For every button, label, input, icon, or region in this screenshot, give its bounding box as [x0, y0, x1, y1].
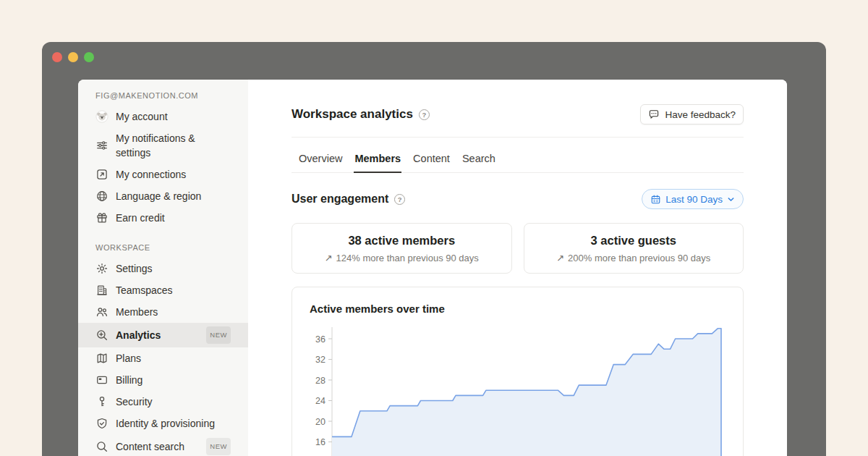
- avatar-koala-icon: [95, 110, 109, 123]
- workspace-section-heading: WORKSPACE: [78, 243, 248, 252]
- settings-panel: FIG@MAKENOTION.COM My accountMy notifica…: [78, 80, 787, 456]
- sidebar-item-settings[interactable]: Settings: [78, 258, 248, 279]
- window-minimize-button[interactable]: [68, 52, 78, 62]
- account-email: FIG@MAKENOTION.COM: [78, 91, 248, 100]
- svg-text:20: 20: [315, 417, 326, 427]
- sidebar-item-members[interactable]: Members: [78, 301, 248, 323]
- sidebar-item-content-search[interactable]: Content searchNEW: [78, 434, 248, 456]
- feedback-button-label: Have feedback?: [665, 109, 736, 120]
- have-feedback-button[interactable]: Have feedback?: [640, 104, 744, 124]
- sidebar-item-language-region[interactable]: Language & region: [78, 185, 248, 207]
- date-range-label: Last 90 Days: [665, 194, 723, 205]
- svg-text:24: 24: [315, 396, 326, 406]
- sidebar-item-label: Identity & provisioning: [116, 416, 231, 431]
- tab-overview[interactable]: Overview: [298, 153, 343, 172]
- new-badge: NEW: [206, 326, 231, 344]
- page-header: Workspace analytics ? Have feedback?: [292, 104, 744, 124]
- account-section: My accountMy notifications & settingsMy …: [78, 106, 248, 229]
- chart-card: Active members over time 162024283236: [292, 287, 744, 456]
- sidebar-item-label: My account: [116, 109, 231, 124]
- sidebar-item-label: My notifications & settings: [116, 131, 231, 160]
- globe-icon: [95, 190, 109, 203]
- stat-title: 3 active guests: [530, 234, 738, 248]
- sidebar-item-label: Settings: [116, 261, 231, 276]
- trend-up-icon: ↗: [556, 253, 564, 263]
- trend-up-icon: ↗: [325, 253, 333, 263]
- settings-sidebar: FIG@MAKENOTION.COM My accountMy notifica…: [78, 80, 248, 456]
- sidebar-item-label: Language & region: [116, 189, 231, 203]
- gear-icon: [95, 262, 109, 275]
- sliders-icon: [95, 139, 109, 152]
- magnifier-icon: [95, 440, 109, 453]
- stat-subtitle: ↗124% more than previous 90 days: [298, 253, 506, 263]
- page-title: Workspace analytics: [292, 107, 413, 122]
- user-engagement-header: User engagement ? Last 90 Days: [292, 189, 744, 209]
- window-zoom-button[interactable]: [84, 52, 94, 62]
- sidebar-item-billing[interactable]: Billing: [78, 369, 248, 391]
- stat-card-38-active-members: 38 active members↗124% more than previou…: [292, 223, 512, 274]
- sidebar-item-label: Billing: [116, 373, 231, 387]
- tab-search[interactable]: Search: [461, 153, 496, 172]
- app-window: FIG@MAKENOTION.COM My accountMy notifica…: [42, 42, 826, 456]
- sidebar-item-my-notifications-settings[interactable]: My notifications & settings: [78, 127, 248, 164]
- tab-members[interactable]: Members: [354, 153, 401, 173]
- svg-text:32: 32: [315, 355, 326, 365]
- section-title: User engagement: [292, 193, 388, 206]
- stat-subtitle-text: 200% more than previous 90 days: [568, 253, 710, 263]
- arrow-up-right-square-icon: [95, 168, 109, 181]
- key-icon: [95, 395, 109, 408]
- sidebar-item-teamspaces[interactable]: Teamspaces: [78, 279, 248, 301]
- people-icon: [95, 305, 109, 318]
- stat-subtitle-text: 124% more than previous 90 days: [336, 253, 479, 263]
- sidebar-item-identity-provisioning[interactable]: Identity & provisioning: [78, 413, 248, 434]
- header-divider: [292, 137, 744, 138]
- calendar-icon: [650, 194, 661, 205]
- sidebar-item-label: My connections: [116, 167, 231, 182]
- stat-cards-row: 38 active members↗124% more than previou…: [292, 223, 744, 274]
- stat-title: 38 active members: [298, 234, 506, 248]
- sidebar-item-label: Earn credit: [116, 211, 231, 225]
- date-range-button[interactable]: Last 90 Days: [642, 189, 744, 209]
- analytics-tabs: OverviewMembersContentSearch: [292, 153, 744, 173]
- sidebar-item-label: Plans: [116, 351, 231, 366]
- sidebar-item-plans[interactable]: Plans: [78, 347, 248, 369]
- credit-card-icon: [95, 373, 109, 387]
- speech-bubble-icon: [648, 109, 660, 120]
- workspace-section: SettingsTeamspacesMembersAnalyticsNEWPla…: [78, 258, 248, 456]
- window-close-button[interactable]: [52, 52, 62, 62]
- svg-text:16: 16: [315, 437, 326, 447]
- sidebar-item-label: Members: [116, 305, 231, 319]
- sidebar-item-my-account[interactable]: My account: [78, 106, 248, 127]
- window-titlebar: [42, 42, 826, 80]
- sidebar-item-label: Content search: [116, 439, 197, 454]
- stat-subtitle: ↗200% more than previous 90 days: [530, 253, 738, 263]
- sidebar-item-label: Teamspaces: [116, 283, 231, 297]
- new-badge: NEW: [206, 438, 231, 455]
- svg-text:28: 28: [315, 376, 326, 386]
- svg-text:36: 36: [315, 334, 326, 345]
- sidebar-item-earn-credit[interactable]: Earn credit: [78, 207, 248, 229]
- magnifier-plus-icon: [95, 329, 109, 342]
- sidebar-item-my-connections[interactable]: My connections: [78, 164, 248, 185]
- sidebar-item-label: Security: [116, 394, 231, 409]
- active-members-chart: 162024283236: [292, 287, 744, 456]
- stat-card-3-active-guests: 3 active guests↗200% more than previous …: [524, 223, 744, 274]
- gift-icon: [95, 211, 109, 224]
- sidebar-item-label: Analytics: [116, 328, 197, 342]
- help-icon[interactable]: ?: [419, 109, 430, 120]
- analytics-main: Workspace analytics ? Have feedback? Ove…: [248, 80, 787, 456]
- sidebar-item-security[interactable]: Security: [78, 391, 248, 413]
- tab-content[interactable]: Content: [412, 153, 451, 172]
- map-icon: [95, 352, 109, 365]
- chevron-down-icon: [727, 195, 735, 203]
- shield-check-icon: [95, 417, 109, 430]
- sidebar-item-analytics[interactable]: AnalyticsNEW: [78, 323, 248, 347]
- help-icon[interactable]: ?: [394, 194, 405, 205]
- building-icon: [95, 284, 109, 297]
